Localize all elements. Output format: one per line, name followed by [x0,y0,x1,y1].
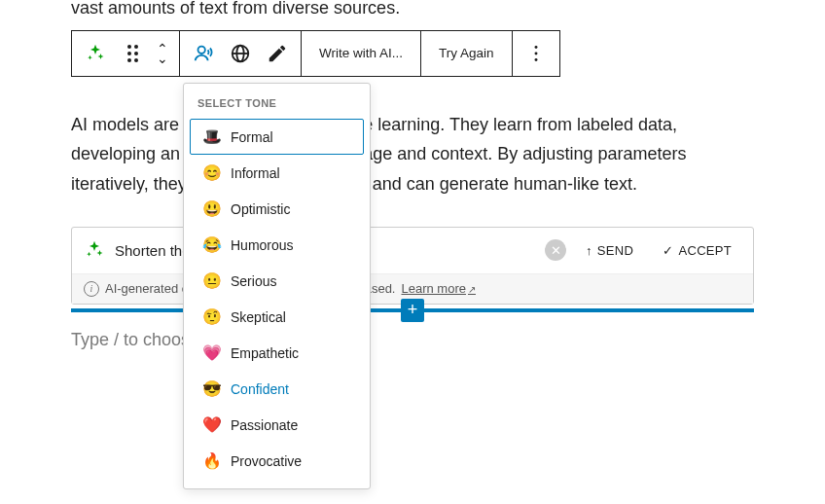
tone-emoji: 😎 [202,379,222,398]
tone-emoji: 😐 [202,271,222,290]
svg-point-0 [198,46,205,53]
try-again-button[interactable]: Try Again [427,31,506,76]
voice-icon[interactable] [186,36,221,71]
tone-emoji: 😃 [202,199,222,218]
tone-label: Skeptical [231,309,286,325]
tone-option-serious[interactable]: 😐Serious [190,263,364,299]
globe-icon[interactable] [223,36,258,71]
send-label: SEND [597,243,633,258]
tone-emoji: 🔥 [202,451,222,470]
send-button[interactable]: ↑ SEND [576,237,643,264]
tone-option-humorous[interactable]: 😂Humorous [190,227,364,263]
tone-emoji: 😂 [202,235,222,254]
tone-label: Confident [231,381,289,397]
add-block-button[interactable]: + [401,299,424,322]
block-insert-divider[interactable]: + [71,308,754,312]
tone-option-passionate[interactable]: ❤️Passionate [190,407,364,443]
info-icon: i [84,281,99,297]
tone-label: Provocative [231,453,302,469]
arrow-up-icon: ↑ [586,243,592,258]
write-with-ai-button[interactable]: Write with AI... [307,31,414,76]
tone-option-informal[interactable]: 😊Informal [190,155,364,191]
pencil-icon[interactable] [260,36,295,71]
svg-point-4 [534,52,537,54]
ai-assistant-panel: Shorten the text ✕ ↑ SEND ✓ ACCEPT i AI-… [71,227,754,305]
truncated-paragraph: vast amounts of text from diverse source… [71,0,754,22]
ai-sparkle-icon[interactable] [78,36,113,71]
tone-emoji: ❤️ [202,415,222,434]
tone-option-optimistic[interactable]: 😃Optimistic [190,191,364,227]
tone-option-skeptical[interactable]: 🤨Skeptical [190,299,364,335]
clear-prompt-button[interactable]: ✕ [545,239,566,261]
tone-option-confident[interactable]: 😎Confident [190,371,364,407]
more-options-icon[interactable] [519,36,554,71]
tone-label: Serious [231,273,276,289]
ai-sparkle-icon [84,239,105,261]
tone-option-provocative[interactable]: 🔥Provocative [190,443,364,479]
tone-dropdown-header: SELECT TONE [184,91,370,119]
svg-point-3 [534,46,537,49]
tone-label: Optimistic [231,201,290,217]
tone-label: Passionate [231,417,298,433]
tone-option-formal[interactable]: 🎩Formal [190,119,364,155]
tone-label: Empathetic [231,345,299,361]
tone-label: Formal [231,129,273,145]
svg-point-5 [534,58,537,61]
move-up-down[interactable]: ⌃⌄ [152,36,173,71]
new-block-placeholder[interactable]: Type / to choose a block [71,330,754,350]
drag-handle-icon[interactable] [115,36,150,71]
accept-button[interactable]: ✓ ACCEPT [653,237,741,264]
tone-label: Informal [231,165,280,181]
accept-label: ACCEPT [678,243,732,258]
tone-emoji: 🎩 [202,127,222,146]
tone-dropdown: SELECT TONE 🎩Formal😊Informal😃Optimistic😂… [183,83,371,489]
tone-label: Humorous [231,237,294,253]
tone-option-empathetic[interactable]: 💗Empathetic [190,335,364,371]
external-link-icon: ↗ [468,284,476,295]
tone-emoji: 💗 [202,343,222,362]
learn-more-link[interactable]: Learn more↗ [401,281,475,296]
block-toolbar: ⌃⌄ Write with AI... Try Again [71,30,560,77]
check-icon: ✓ [663,243,673,258]
tone-emoji: 😊 [202,163,222,182]
body-paragraph[interactable]: AI models are trained through machine le… [71,110,754,199]
tone-emoji: 🤨 [202,307,222,326]
